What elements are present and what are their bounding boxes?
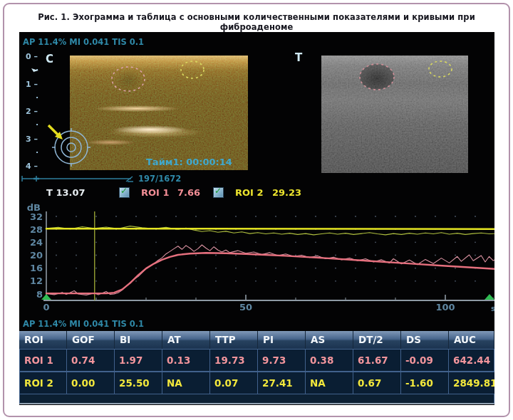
table-row: ROI 20.0025.50NA0.0727.41NA0.67-1.602849… — [19, 372, 494, 394]
table-cell: 642.44 — [449, 349, 494, 372]
cursor-time-label: T 13.07 — [46, 187, 86, 198]
table-header-cell: BI — [115, 331, 162, 349]
beam-direction-icon — [31, 68, 39, 75]
roi2-checkbox[interactable]: ✓ — [213, 187, 224, 198]
cine-timeline-scrubber[interactable] — [21, 174, 136, 183]
frame-counter: 197/1672 — [138, 174, 181, 184]
ruler-tick-label: 0 – — [26, 52, 38, 61]
ruler-tick-label: 3 – — [26, 135, 38, 144]
roi1-ellipse — [112, 67, 145, 91]
roi2-label: ROI 2 — [235, 187, 263, 198]
svg-text:dB: dB — [27, 202, 41, 213]
svg-text:8: 8 — [36, 289, 43, 300]
table-row: ROI 10.741.970.1319.739.730.3861.67-0.09… — [19, 349, 494, 372]
svg-text:16: 16 — [30, 263, 43, 273]
svg-text:24: 24 — [30, 237, 43, 248]
figure-caption: Рис. 1. Эхограмма и таблица с основными … — [0, 12, 513, 32]
table-cell: ROI 2 — [19, 372, 67, 394]
acoustic-power-status: AP 11.4% MI 0.041 TIS 0.1 — [23, 37, 144, 47]
check-icon: ✓ — [120, 186, 128, 196]
table-cell: 0.07 — [210, 372, 258, 394]
table-cell: -0.09 — [401, 349, 449, 372]
roi1-label: ROI 1 — [141, 187, 169, 198]
ruler-minor-tick: · — [36, 93, 38, 103]
svg-text:50: 50 — [239, 302, 252, 313]
table-cell: ROI 1 — [19, 349, 67, 372]
table-cell: -1.60 — [401, 372, 449, 394]
table-cell: 2849.81 — [449, 372, 494, 394]
roi2-ellipse — [181, 61, 204, 78]
roi2-ellipse — [429, 61, 452, 77]
table-cell: 9.73 — [258, 349, 306, 372]
svg-text:0: 0 — [43, 302, 49, 313]
table-header-cell: AUC — [449, 331, 494, 349]
table-cell: 0.00 — [67, 372, 115, 394]
table-header-cell: ROI — [19, 331, 67, 349]
table-status-line: AP 11.4% MI 0.041 TIS 0.1 — [23, 319, 144, 329]
table-cell: 19.73 — [210, 349, 258, 372]
svg-text:s: s — [491, 304, 494, 313]
ruler-minor-tick: · — [36, 120, 38, 130]
figure-page: Рис. 1. Эхограмма и таблица с основными … — [0, 0, 513, 420]
contrast-image-label: C — [46, 53, 53, 65]
check-icon: ✓ — [214, 186, 222, 196]
table-header-cell: PI — [258, 331, 306, 349]
table-cell: NA — [306, 372, 353, 394]
body-marker-icon — [46, 123, 92, 169]
table-header-cell: TTP — [210, 331, 258, 349]
ruler-tick-label: 4 – — [26, 162, 38, 171]
table-cell: 61.67 — [353, 349, 401, 372]
roi2-value: 29.23 — [272, 187, 301, 198]
timer-label: Тайм1: 00:00:14 — [146, 157, 232, 167]
svg-text:100: 100 — [435, 302, 455, 313]
table-header-cell: GOF — [67, 331, 115, 349]
results-table: ROIGOFBIATTTPPIASDT/2DSAUC ROI 10.741.97… — [19, 331, 494, 404]
table-header-cell: DT/2 — [353, 331, 401, 349]
tissue-image-label: T — [295, 51, 302, 64]
svg-text:12: 12 — [30, 275, 43, 286]
table-header-cell: AS — [306, 331, 353, 349]
table-cell: 27.41 — [258, 372, 306, 394]
table-header-cell: AT — [162, 331, 210, 349]
table-cell: 0.67 — [353, 372, 401, 394]
table-body: ROI 10.741.970.1319.739.730.3861.67-0.09… — [19, 349, 494, 394]
curve-info-line: T 13.07 ✓ ROI 1 7.66 ✓ ROI 2 29.23 — [19, 187, 494, 199]
table-cell: 25.50 — [115, 372, 162, 394]
table-cell: NA — [162, 372, 210, 394]
roi1-checkbox[interactable]: ✓ — [119, 187, 130, 198]
bmode-ultrasound-image — [321, 56, 468, 173]
ruler-tick-label: 2 – — [26, 107, 38, 116]
roi-markers — [321, 56, 468, 173]
svg-text:32: 32 — [30, 211, 43, 222]
roi1-value: 7.66 — [177, 187, 200, 198]
roi1-ellipse — [360, 64, 394, 90]
table-footer-strip — [19, 394, 494, 404]
table-cell: 0.38 — [306, 349, 353, 372]
ruler-tick-label: 1 – — [26, 80, 38, 89]
svg-text:20: 20 — [30, 250, 43, 261]
table-cell: 1.97 — [115, 349, 162, 372]
table-cell: 0.13 — [162, 349, 210, 372]
roi-markers — [70, 56, 248, 170]
ruler-minor-tick: · — [36, 148, 38, 157]
table-cell: 0.74 — [67, 349, 115, 372]
svg-text:28: 28 — [30, 224, 43, 235]
table-header-cell: DS — [401, 331, 449, 349]
ultrasound-screen: AP 11.4% MI 0.041 TIS 0.1 0 –·1 –·2 –·3 … — [19, 32, 494, 405]
table-header-row: ROIGOFBIATTTPPIASDT/2DSAUC — [19, 331, 494, 349]
contrast-ultrasound-image — [70, 56, 248, 170]
